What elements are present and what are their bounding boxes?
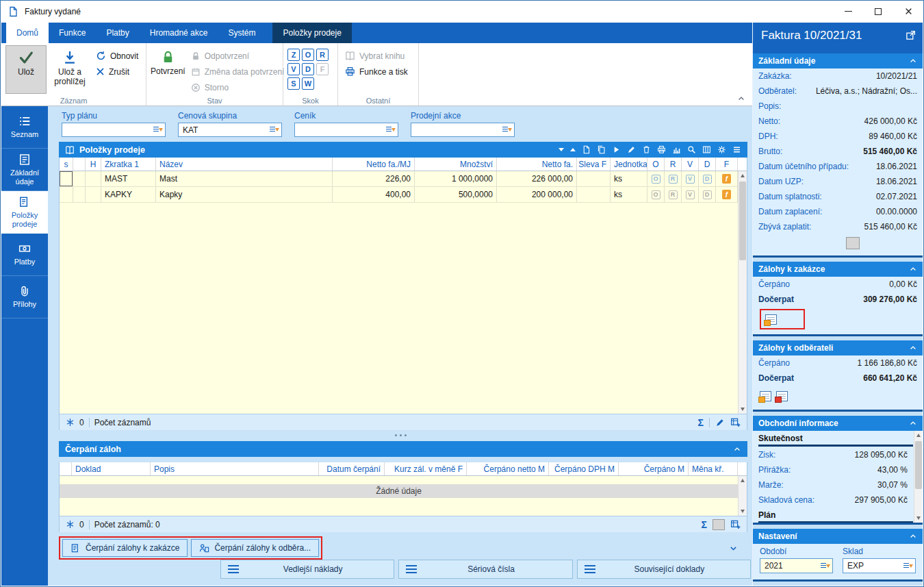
flag-d-icon[interactable]: D bbox=[703, 175, 712, 184]
column-header-s[interactable]: s bbox=[60, 158, 73, 171]
window-minimize-button[interactable] bbox=[833, 1, 863, 22]
sum-icon[interactable]: Σ bbox=[698, 418, 704, 427]
cell-jednotka[interactable]: ks bbox=[611, 187, 647, 202]
gray-action-button[interactable] bbox=[846, 237, 860, 249]
jump-tile-s[interactable]: S bbox=[287, 77, 300, 90]
tab-platby[interactable]: Platby bbox=[96, 23, 139, 43]
advance-doc-icon[interactable] bbox=[765, 314, 777, 325]
cell-jednotka[interactable]: ks bbox=[611, 171, 647, 186]
sidebar-item-prilohy[interactable]: Přílohy bbox=[1, 276, 48, 319]
cell-sleva[interactable] bbox=[577, 171, 611, 186]
sidebar-item-seznam[interactable]: Seznam bbox=[1, 106, 48, 149]
cell-nazev[interactable]: Kapky bbox=[156, 187, 333, 202]
cell-marker[interactable] bbox=[73, 171, 86, 186]
cell-mnozstvi[interactable]: 1 000,0000 bbox=[415, 171, 497, 186]
sum-icon[interactable]: Σ bbox=[702, 520, 707, 529]
table-add-icon[interactable] bbox=[730, 417, 741, 427]
scroll-down-arrow-icon[interactable] bbox=[739, 405, 747, 414]
section-header[interactable]: Zálohy k zakázce bbox=[753, 262, 923, 277]
column-header-jednotka[interactable]: Jednotka bbox=[611, 158, 647, 171]
cell-nazev[interactable]: Mast bbox=[156, 171, 333, 186]
scrollbar-thumb[interactable] bbox=[915, 441, 922, 489]
combo-dropdown-icon[interactable] bbox=[820, 562, 830, 571]
cell-netto-fa[interactable]: 200 000,00 bbox=[497, 187, 577, 202]
caret-up-icon[interactable] bbox=[570, 148, 576, 151]
cell-zkratka[interactable]: MAST bbox=[101, 171, 156, 186]
column-header-cerpano-netto[interactable]: Čerpáno netto M bbox=[467, 462, 549, 475]
cell-netto-mj[interactable]: 226,00 bbox=[333, 171, 415, 186]
section-header[interactable]: Obchodní informace bbox=[753, 416, 923, 431]
scroll-up-arrow-icon[interactable] bbox=[914, 431, 923, 440]
gray-toggle-button[interactable] bbox=[713, 519, 725, 530]
section-header[interactable]: Zálohy k odběrateli bbox=[753, 340, 923, 355]
panel-splitter[interactable] bbox=[48, 430, 754, 440]
column-header-popis[interactable]: Popis bbox=[151, 462, 319, 475]
column-header-netto-fa[interactable]: Netto fa. bbox=[497, 158, 577, 171]
tab-hromadne-akce[interactable]: Hromadné akce bbox=[140, 23, 218, 43]
cell-selector[interactable] bbox=[60, 171, 73, 186]
collapse-chevron-up-icon[interactable] bbox=[909, 344, 917, 352]
new-row-icon[interactable] bbox=[582, 145, 591, 154]
refresh-button[interactable]: Obnovit bbox=[93, 49, 141, 63]
flag-v-icon[interactable]: V bbox=[686, 190, 695, 199]
tab-domu[interactable]: Domů bbox=[6, 23, 49, 43]
combo-dropdown-icon[interactable] bbox=[153, 125, 163, 134]
panel-chevron-down-icon[interactable] bbox=[729, 544, 738, 553]
cell-h[interactable] bbox=[86, 187, 101, 202]
table-add-icon[interactable] bbox=[730, 519, 741, 529]
section-header[interactable]: Základní údaje bbox=[753, 53, 923, 68]
flag-d-icon[interactable]: D bbox=[703, 190, 712, 199]
items-vertical-scrollbar[interactable] bbox=[738, 171, 747, 414]
cell-netto-mj[interactable]: 400,00 bbox=[333, 187, 415, 202]
column-header-nazev[interactable]: Název bbox=[156, 158, 333, 171]
scroll-down-arrow-icon[interactable] bbox=[739, 507, 747, 516]
sidebar-item-platby[interactable]: Platby bbox=[1, 234, 48, 276]
column-header-mnozstvi[interactable]: Množství bbox=[415, 158, 497, 171]
tab-system[interactable]: Systém bbox=[218, 23, 266, 43]
section-header[interactable]: Nastavení bbox=[753, 529, 923, 544]
advance-doc-icon[interactable] bbox=[760, 391, 771, 401]
cell-selector[interactable] bbox=[60, 187, 73, 202]
print-icon[interactable] bbox=[657, 145, 666, 154]
column-header-d[interactable]: D bbox=[699, 158, 716, 171]
search-icon[interactable] bbox=[687, 145, 696, 154]
column-header-netto-mj[interactable]: Netto fa./MJ bbox=[333, 158, 415, 171]
column-header-marker[interactable] bbox=[60, 462, 72, 475]
table-row[interactable]: KAPKY Kapky 400,00 500,0000 200 000,00 k… bbox=[60, 187, 738, 203]
column-header-kurz[interactable]: Kurz zál. v měně F bbox=[385, 462, 467, 475]
flag-f-icon[interactable]: f bbox=[722, 174, 731, 184]
scrollbar-thumb[interactable] bbox=[739, 182, 746, 260]
column-header-zkratka[interactable]: Zkratka 1 bbox=[101, 158, 156, 171]
jump-tile-w[interactable]: W bbox=[302, 77, 314, 90]
vedlejsi-naklady-button[interactable]: Vedlejší náklady bbox=[220, 560, 394, 579]
souvisejici-doklady-button[interactable]: Související doklady bbox=[577, 560, 751, 579]
cell-zkratka[interactable]: KAPKY bbox=[101, 187, 156, 202]
combo-dropdown-icon[interactable] bbox=[269, 125, 279, 134]
column-header-cerpano-dph[interactable]: Čerpáno DPH M bbox=[549, 462, 619, 475]
collapse-chevron-up-icon[interactable] bbox=[909, 419, 917, 427]
flag-f-icon[interactable]: f bbox=[722, 190, 731, 199]
cerpani-vertical-scrollbar[interactable] bbox=[738, 476, 747, 516]
advance-doc-warning-icon[interactable] bbox=[776, 391, 788, 401]
jump-tile-o[interactable]: O bbox=[302, 49, 314, 61]
cell-marker[interactable] bbox=[73, 187, 86, 202]
run-icon[interactable] bbox=[612, 145, 621, 154]
prodejni-akce-combobox[interactable] bbox=[411, 123, 515, 137]
column-header-sleva[interactable]: Sleva F bbox=[577, 158, 611, 171]
column-header-datum[interactable]: Datum čerpání bbox=[319, 462, 385, 475]
jump-tile-v[interactable]: V bbox=[287, 63, 300, 75]
column-header-f[interactable]: F bbox=[716, 158, 738, 171]
column-header-marker[interactable] bbox=[73, 158, 86, 171]
scroll-up-arrow-icon[interactable] bbox=[739, 476, 747, 485]
columns-icon[interactable] bbox=[702, 145, 711, 154]
column-header-r[interactable]: R bbox=[665, 158, 682, 171]
cerpani-zalohy-k-odberateli-button[interactable]: Čerpání zálohy k odběra... bbox=[191, 539, 319, 557]
cell-netto-fa[interactable]: 226 000,00 bbox=[497, 171, 577, 186]
confirm-button[interactable]: Potvrzení bbox=[151, 45, 185, 94]
delete-trash-icon[interactable] bbox=[642, 145, 651, 154]
flag-r-icon[interactable]: R bbox=[669, 190, 678, 199]
save-button[interactable]: Ulož bbox=[5, 45, 47, 94]
copy-row-icon[interactable] bbox=[597, 145, 606, 154]
cancel-button[interactable]: Zrušit bbox=[93, 64, 141, 79]
chart-icon[interactable] bbox=[672, 145, 681, 154]
